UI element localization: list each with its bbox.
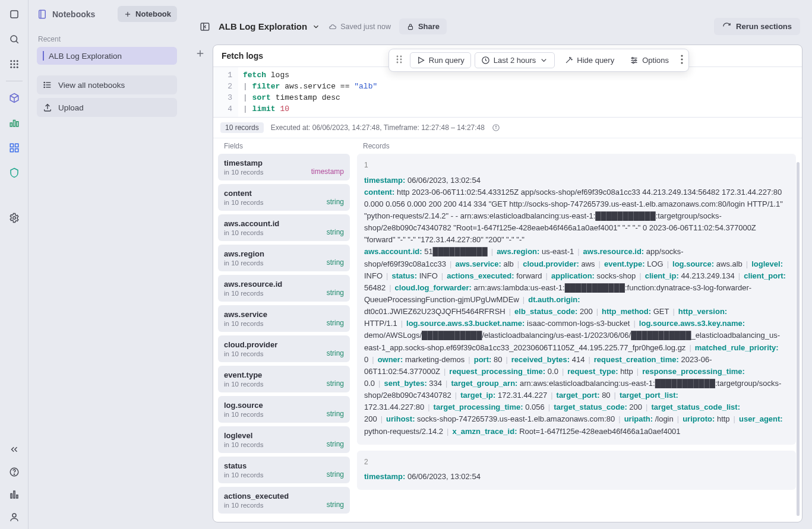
- field-card[interactable]: aws.servicein 10 recordsstring: [218, 305, 350, 332]
- rerun-sections-button[interactable]: Rerun sections: [714, 18, 800, 35]
- upload-button[interactable]: Upload: [37, 98, 177, 117]
- field-type: string: [327, 319, 344, 327]
- attr-key: user_agent:: [739, 414, 783, 423]
- gear-icon[interactable]: [6, 210, 23, 226]
- main-area: ALB Log Exploration Saved just now Share…: [185, 0, 812, 529]
- attr-separator: |: [595, 259, 604, 268]
- svg-point-25: [12, 514, 16, 517]
- field-card[interactable]: log.sourcein 10 recordsstring: [218, 396, 350, 423]
- attr-value: 200: [364, 414, 377, 423]
- attr-value: us-east-1: [542, 247, 574, 256]
- attr-value: 80: [494, 355, 502, 364]
- time-range-picker[interactable]: Last 2 hours: [475, 52, 555, 68]
- attr-key: timestamp:: [364, 472, 405, 481]
- attr-value: Root=1-647f125e-428eaeb46f466a1a0aef4001: [519, 427, 680, 436]
- new-notebook-button[interactable]: Notebook: [118, 6, 177, 22]
- attr-separator: |: [377, 414, 386, 423]
- sidebar-title[interactable]: Notebooks: [37, 9, 95, 20]
- code-editor[interactable]: 1fetch logs2| filter aws.service == "alb…: [213, 67, 802, 118]
- attr-value: GET: [653, 307, 669, 316]
- hide-query-label: Hide query: [577, 56, 614, 65]
- svg-rect-23: [13, 491, 14, 498]
- apps-icon[interactable]: [6, 56, 23, 72]
- svg-point-19: [12, 217, 15, 220]
- logo-icon[interactable]: [6, 6, 23, 23]
- sidebar-recent-list: ALB Log Exploration: [37, 47, 177, 65]
- svg-rect-16: [15, 144, 18, 147]
- attr-value: 06/06/2023, 13:02:54: [407, 176, 481, 185]
- user-icon[interactable]: [6, 509, 23, 525]
- options-button[interactable]: Options: [624, 53, 675, 68]
- attr-value: marketing-demos: [405, 355, 465, 364]
- chart-icon[interactable]: [6, 115, 23, 131]
- record-item[interactable]: 1timestamp: 06/06/2023, 13:02:54content:…: [357, 154, 796, 445]
- field-name: aws.account.id: [224, 219, 344, 228]
- svg-point-47: [400, 62, 402, 64]
- collapse-sidebar-icon[interactable]: [200, 21, 210, 32]
- attr-key: log.source.aws.s3.bucket.name:: [406, 319, 525, 328]
- app-rail: [0, 0, 29, 529]
- cube-icon[interactable]: [6, 90, 23, 106]
- saved-status: Saved just now: [328, 23, 391, 31]
- attr-value: 172.31.44.227:80: [364, 403, 424, 411]
- more-menu-icon[interactable]: [678, 52, 685, 68]
- run-query-label: Run query: [429, 56, 465, 65]
- svg-point-4: [13, 60, 15, 62]
- svg-point-58: [681, 62, 683, 64]
- sidebar-recent-label: Recent: [38, 35, 177, 43]
- field-name: event.type: [224, 370, 344, 379]
- records-count-pill[interactable]: 10 records: [220, 122, 264, 133]
- attr-separator: |: [611, 391, 620, 400]
- field-card[interactable]: loglevelin 10 recordsstring: [218, 426, 350, 453]
- grid-icon[interactable]: [6, 140, 23, 156]
- attr-key: target_port:: [557, 391, 600, 400]
- record-item[interactable]: 2timestamp: 06/06/2023, 13:02:54: [357, 451, 796, 490]
- upload-label: Upload: [58, 103, 84, 112]
- shield-icon[interactable]: [6, 164, 23, 181]
- field-card[interactable]: timestampin 10 recordstimestamp: [218, 154, 350, 180]
- lock-icon: [406, 23, 415, 31]
- sidebar-recent-item[interactable]: ALB Log Exploration: [37, 47, 177, 65]
- field-card[interactable]: statusin 10 recordsstring: [218, 457, 350, 483]
- field-card[interactable]: aws.regionin 10 recordsstring: [218, 245, 350, 271]
- attr-separator: |: [584, 355, 593, 364]
- svg-marker-48: [419, 58, 424, 64]
- rerun-label: Rerun sections: [736, 22, 792, 31]
- field-card[interactable]: event.typein 10 recordsstring: [218, 366, 350, 392]
- fields-header: Fields: [218, 138, 350, 154]
- search-icon[interactable]: [6, 31, 23, 47]
- attr-value: alb: [503, 259, 513, 268]
- help-icon[interactable]: [6, 464, 23, 480]
- attr-separator: |: [424, 403, 433, 411]
- field-card[interactable]: actions_executedin 10 recordsstring: [218, 487, 350, 514]
- field-card[interactable]: cloud.providerin 10 recordsstring: [218, 335, 350, 362]
- activity-icon[interactable]: [6, 486, 23, 503]
- attr-key: port:: [474, 355, 492, 364]
- attr-key: target_ip:: [460, 391, 495, 400]
- attr-key: cloud.provider:: [523, 259, 579, 268]
- field-card[interactable]: aws.resource.idin 10 recordsstring: [218, 275, 350, 302]
- attr-key: application:: [551, 271, 595, 280]
- field-name: timestamp: [224, 159, 344, 167]
- notebook-title[interactable]: ALB Log Exploration: [219, 21, 320, 31]
- run-query-button[interactable]: Run query: [410, 52, 471, 68]
- svg-point-56: [681, 55, 683, 56]
- share-button[interactable]: Share: [399, 18, 447, 34]
- view-all-notebooks[interactable]: View all notebooks: [37, 75, 177, 94]
- expand-icon[interactable]: [6, 441, 23, 458]
- scrollbar[interactable]: [797, 162, 800, 516]
- records-list: 1timestamp: 06/06/2023, 13:02:54content:…: [357, 154, 796, 490]
- hide-query-button[interactable]: Hide query: [558, 53, 620, 68]
- attr-value: 172.31.44.227: [498, 391, 547, 400]
- attr-value: http: [620, 367, 633, 376]
- attr-key: status:: [391, 271, 417, 280]
- info-icon[interactable]: [492, 123, 500, 132]
- record-index: 1: [364, 160, 789, 171]
- field-card[interactable]: aws.account.idin 10 recordsstring: [218, 214, 350, 241]
- add-section-icon[interactable]: [195, 48, 206, 59]
- field-card[interactable]: contentin 10 recordsstring: [218, 184, 350, 211]
- drag-handle-icon[interactable]: [392, 52, 406, 68]
- attr-key: request_creation_time:: [594, 355, 679, 364]
- notebook-title-text: ALB Log Exploration: [219, 21, 307, 31]
- attr-key: log.source.aws.s3.key.name:: [639, 319, 745, 328]
